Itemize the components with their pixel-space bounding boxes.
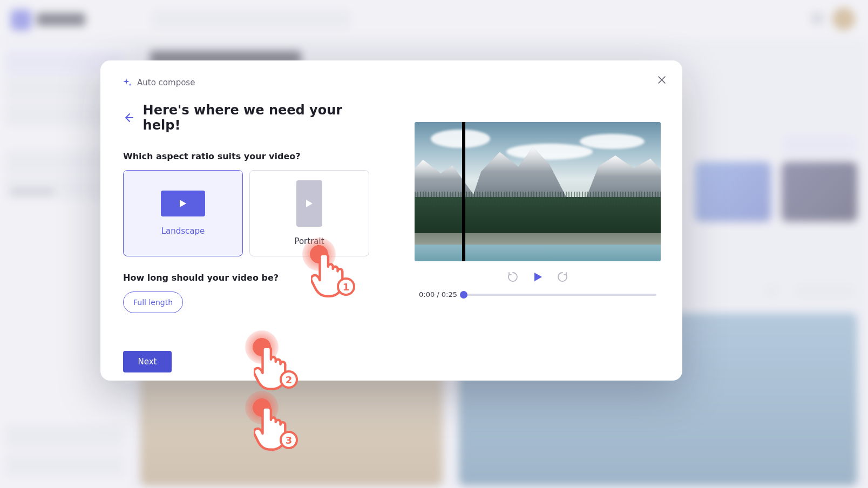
title-row: Here's where we need your help!	[123, 103, 369, 133]
arrow-left-icon	[123, 112, 134, 123]
play-icon	[532, 272, 543, 282]
seek-thumb[interactable]	[460, 291, 467, 299]
video-preview[interactable]	[415, 122, 661, 261]
next-button[interactable]: Next	[123, 351, 172, 372]
skip-forward-icon	[557, 272, 568, 282]
aspect-ratio-landscape[interactable]: Landscape	[123, 170, 243, 256]
landscape-label: Landscape	[161, 226, 205, 236]
aspect-ratio-options: Landscape Portrait	[123, 170, 369, 256]
time-display: 0:00 / 0:25	[419, 290, 457, 299]
preview-scan-line	[462, 122, 465, 261]
skip-back-icon	[507, 272, 518, 282]
preview-controls	[507, 271, 568, 283]
modal-title: Here's where we need your help!	[143, 103, 369, 133]
preview-timebar: 0:00 / 0:25	[419, 290, 656, 299]
portrait-label: Portrait	[294, 236, 324, 246]
sparkle-icon	[123, 78, 132, 87]
skip-forward-button[interactable]	[557, 271, 568, 283]
breadcrumb: Auto compose	[123, 78, 369, 87]
skip-back-button[interactable]	[507, 271, 519, 283]
portrait-thumb-icon	[296, 180, 322, 227]
modal-right-pane: 0:00 / 0:25	[392, 60, 682, 381]
length-question: How long should your video be?	[123, 273, 369, 283]
landscape-thumb-icon	[161, 191, 205, 216]
back-button[interactable]	[123, 112, 134, 124]
breadcrumb-label: Auto compose	[137, 78, 195, 87]
aspect-ratio-portrait[interactable]: Portrait	[249, 170, 369, 256]
aspect-ratio-question: Which aspect ratio suits your video?	[123, 151, 369, 161]
modal-left-pane: Auto compose Here's where we need your h…	[100, 60, 392, 381]
seek-track[interactable]	[464, 294, 656, 296]
auto-compose-modal: Auto compose Here's where we need your h…	[100, 60, 682, 381]
length-full-chip[interactable]: Full length	[123, 292, 183, 313]
play-button[interactable]	[532, 271, 544, 283]
